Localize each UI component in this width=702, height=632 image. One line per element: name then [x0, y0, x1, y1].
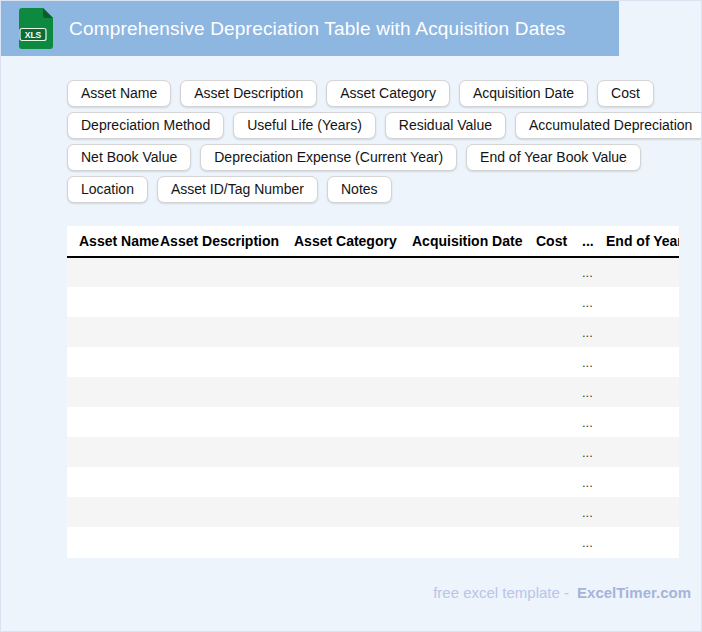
- ellipsis-cell: ...: [582, 347, 606, 377]
- table-cell: [536, 407, 582, 437]
- table-cell: [160, 377, 294, 407]
- column-chip[interactable]: Cost: [597, 80, 654, 107]
- table-cell: [412, 407, 536, 437]
- chip-row: LocationAsset ID/Tag NumberNotes: [67, 176, 702, 203]
- ellipsis-cell: ...: [582, 287, 606, 317]
- ellipsis-cell: ...: [582, 527, 606, 557]
- column-chip[interactable]: Useful Life (Years): [233, 112, 376, 139]
- ellipsis-cell: ...: [582, 257, 606, 287]
- table-cell: [160, 467, 294, 497]
- table-cell: [412, 527, 536, 557]
- table-cell: [536, 257, 582, 287]
- chip-row: Asset NameAsset DescriptionAsset Categor…: [67, 80, 702, 107]
- table-cell: [412, 257, 536, 287]
- table-cell: [67, 497, 160, 527]
- table-row: ...: [67, 467, 679, 497]
- table-row: ...: [67, 497, 679, 527]
- table-row: ...: [67, 377, 679, 407]
- table-cell: [606, 527, 679, 557]
- table-cell: [412, 347, 536, 377]
- table-cell: [160, 317, 294, 347]
- column-chip[interactable]: Location: [67, 176, 148, 203]
- table-cell: [606, 317, 679, 347]
- table-cell: [67, 437, 160, 467]
- table-cell: [606, 257, 679, 287]
- table-cell: [67, 527, 160, 557]
- column-chip[interactable]: Accumulated Depreciation: [515, 112, 702, 139]
- table-cell: [67, 467, 160, 497]
- column-chip[interactable]: Asset Category: [326, 80, 450, 107]
- ellipsis-cell: ...: [582, 497, 606, 527]
- column-chip[interactable]: Net Book Value: [67, 144, 191, 171]
- column-chip[interactable]: Asset Name: [67, 80, 171, 107]
- column-header: Asset Category: [294, 226, 412, 257]
- column-chip[interactable]: Notes: [327, 176, 392, 203]
- column-chip-list: Asset NameAsset DescriptionAsset Categor…: [67, 80, 702, 208]
- preview-table: Asset NameAsset DescriptionAsset Categor…: [67, 226, 679, 557]
- table-cell: [294, 377, 412, 407]
- ellipsis-cell: ...: [582, 437, 606, 467]
- page: XLS Comprehensive Depreciation Table wit…: [0, 0, 702, 632]
- table-cell: [160, 497, 294, 527]
- table-row: ...: [67, 437, 679, 467]
- table-cell: [536, 287, 582, 317]
- table-cell: [67, 317, 160, 347]
- page-title: Comprehensive Depreciation Table with Ac…: [69, 18, 565, 40]
- column-chip[interactable]: End of Year Book Value: [466, 144, 641, 171]
- table-cell: [606, 377, 679, 407]
- table-cell: [412, 497, 536, 527]
- table-cell: [67, 377, 160, 407]
- table-row: ...: [67, 407, 679, 437]
- table-cell: [606, 407, 679, 437]
- table-cell: [536, 467, 582, 497]
- ellipsis-cell: ...: [582, 377, 606, 407]
- table-row: ...: [67, 257, 679, 287]
- footer: free excel template - ExcelTimer.com: [433, 584, 691, 601]
- table-cell: [67, 407, 160, 437]
- xls-file-icon: XLS: [19, 8, 53, 49]
- table-cell: [412, 437, 536, 467]
- column-header: Cost: [536, 226, 582, 257]
- column-chip[interactable]: Acquisition Date: [459, 80, 588, 107]
- table-cell: [160, 347, 294, 377]
- table-cell: [294, 287, 412, 317]
- header-bar: XLS Comprehensive Depreciation Table wit…: [1, 1, 619, 56]
- table-cell: [536, 437, 582, 467]
- ellipsis-cell: ...: [582, 467, 606, 497]
- table-row: ...: [67, 287, 679, 317]
- column-chip[interactable]: Depreciation Method: [67, 112, 224, 139]
- column-header: End of Year Book Value: [606, 226, 679, 257]
- table-cell: [536, 377, 582, 407]
- table-body: ..............................: [67, 257, 679, 557]
- column-header: Asset Name: [67, 226, 160, 257]
- table-row: ...: [67, 527, 679, 557]
- chip-row: Depreciation MethodUseful Life (Years)Re…: [67, 112, 702, 139]
- table-cell: [536, 317, 582, 347]
- table-cell: [606, 467, 679, 497]
- table-cell: [67, 257, 160, 287]
- column-chip[interactable]: Asset ID/Tag Number: [157, 176, 318, 203]
- table-cell: [536, 347, 582, 377]
- svg-text:XLS: XLS: [25, 30, 42, 40]
- table-cell: [294, 527, 412, 557]
- table-cell: [160, 407, 294, 437]
- table-cell: [412, 377, 536, 407]
- table-cell: [294, 317, 412, 347]
- table-cell: [294, 257, 412, 287]
- table-row: ...: [67, 347, 679, 377]
- table-cell: [294, 407, 412, 437]
- column-chip[interactable]: Depreciation Expense (Current Year): [200, 144, 457, 171]
- table-cell: [67, 287, 160, 317]
- column-chip[interactable]: Residual Value: [385, 112, 506, 139]
- table-cell: [606, 497, 679, 527]
- table-cell: [294, 347, 412, 377]
- column-chip[interactable]: Asset Description: [180, 80, 317, 107]
- table-cell: [160, 287, 294, 317]
- table-cell: [160, 437, 294, 467]
- table-cell: [67, 347, 160, 377]
- table-cell: [606, 287, 679, 317]
- table-cell: [294, 467, 412, 497]
- table-header-row: Asset NameAsset DescriptionAsset Categor…: [67, 226, 679, 257]
- footer-brand-link[interactable]: ExcelTimer.com: [577, 584, 691, 601]
- column-header: Asset Description: [160, 226, 294, 257]
